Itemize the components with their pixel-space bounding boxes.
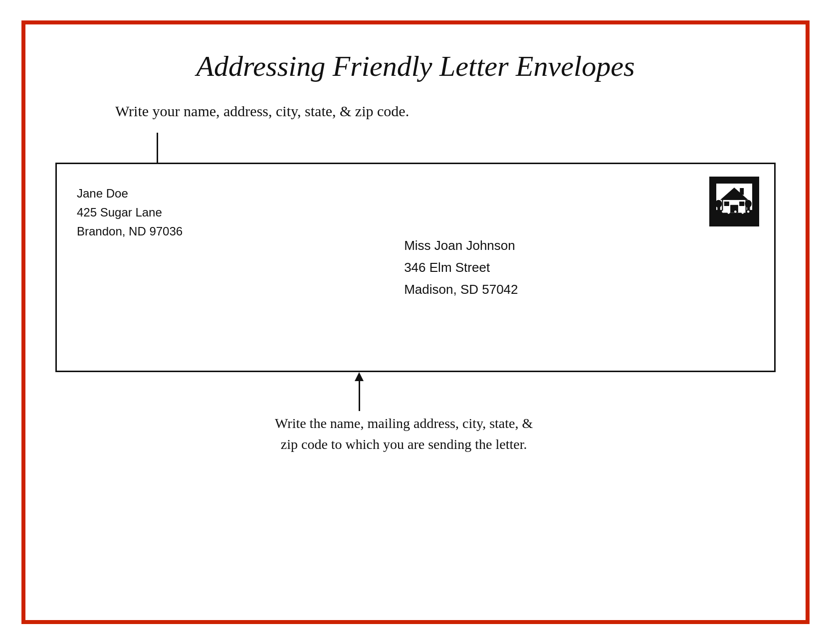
envelope: Jane Doe 425 Sugar Lane Brandon, ND 9703…	[55, 163, 776, 372]
return-address: Jane Doe 425 Sugar Lane Brandon, ND 9703…	[77, 184, 183, 241]
svg-point-15	[728, 212, 730, 214]
page-container: Addressing Friendly Letter Envelopes Wri…	[21, 20, 810, 624]
svg-point-14	[722, 211, 724, 213]
svg-rect-8	[739, 202, 744, 206]
return-city-state-zip: Brandon, ND 97036	[77, 222, 183, 241]
arrow-up-icon	[355, 372, 364, 411]
bottom-annotation-text: Write the name, mailing address, city, s…	[275, 413, 533, 455]
top-annotation-area: Write your name, address, city, state, &…	[55, 103, 776, 158]
recipient-city-state-zip: Madison, SD 57042	[404, 278, 518, 300]
svg-rect-6	[730, 205, 738, 213]
bottom-annotation-area: Write the name, mailing address, city, s…	[55, 372, 776, 462]
svg-point-17	[742, 212, 744, 214]
stamp-icon	[709, 177, 759, 226]
svg-point-16	[734, 211, 737, 213]
svg-point-11	[715, 200, 722, 208]
return-name: Jane Doe	[77, 184, 183, 203]
top-annotation-text: Write your name, address, city, state, &…	[115, 103, 409, 120]
svg-rect-9	[740, 188, 744, 195]
svg-rect-7	[724, 202, 729, 206]
page-title: Addressing Friendly Letter Envelopes	[197, 49, 635, 83]
svg-point-13	[745, 200, 752, 208]
recipient-name: Miss Joan Johnson	[404, 234, 518, 256]
recipient-street: 346 Elm Street	[404, 256, 518, 278]
svg-point-18	[747, 211, 750, 213]
return-street: 425 Sugar Lane	[77, 203, 183, 222]
recipient-address: Miss Joan Johnson 346 Elm Street Madison…	[404, 234, 518, 300]
